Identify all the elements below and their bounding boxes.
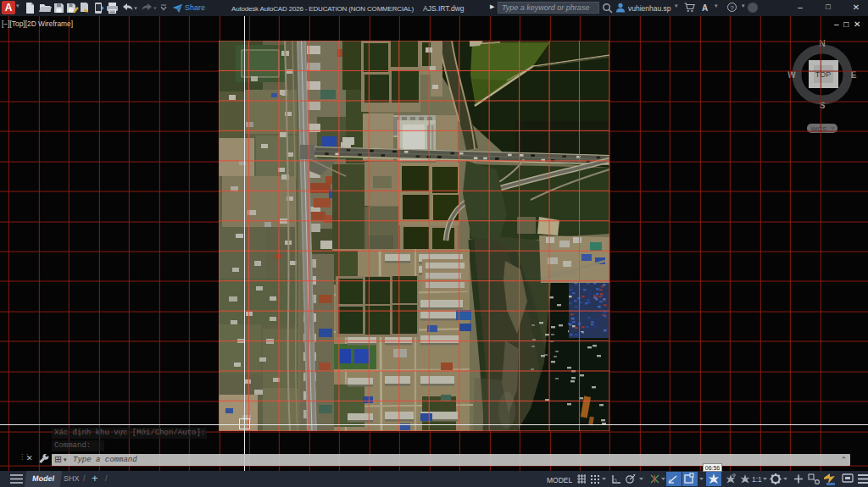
svg-text:1:1: 1:1: [752, 475, 762, 484]
